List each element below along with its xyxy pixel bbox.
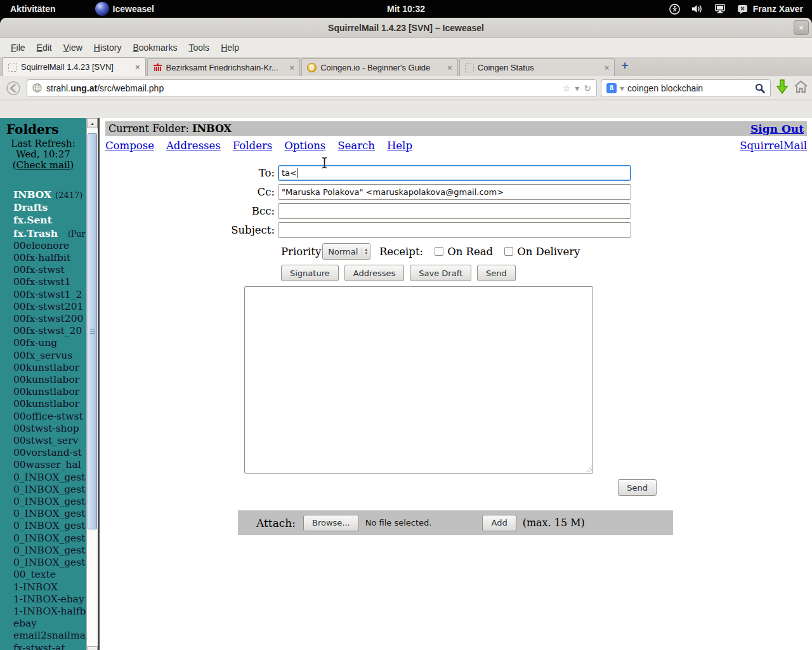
folder-item[interactable]: 00fx-stwst200 xyxy=(13,313,86,325)
folder-item[interactable]: 00stwst_serv xyxy=(13,435,86,447)
folder-item[interactable]: 00fx-stwst xyxy=(13,264,86,276)
folder-item[interactable]: 00fx_servus xyxy=(13,350,86,362)
cc-input[interactable]: "Maruska Polakova" <maruskapolakova@gmai… xyxy=(278,184,631,200)
send-button-bottom[interactable]: Send xyxy=(618,479,657,496)
folder-item[interactable]: 00eleonore xyxy=(13,240,86,252)
scroll-up-icon[interactable]: ▴ xyxy=(87,118,98,128)
menu-item[interactable]: History xyxy=(88,40,128,55)
folder-item[interactable]: 00stwst-shop xyxy=(13,423,86,435)
check-mail-link[interactable]: (Check mail) xyxy=(0,160,86,171)
folder-item[interactable]: email2snailma xyxy=(13,630,86,642)
purge-link[interactable]: (Pur xyxy=(68,229,85,239)
folder-item[interactable]: 1-INBOX xyxy=(13,581,86,594)
search-bar[interactable]: 8 ▾ coingen blockchain xyxy=(601,79,771,97)
folder-item[interactable]: 0_INBOX_gest xyxy=(13,545,86,557)
on-delivery-checkbox[interactable] xyxy=(504,247,513,256)
folder-item[interactable]: 0_INBOX_gest xyxy=(13,508,86,520)
user-menu[interactable]: Franz Xaver xyxy=(737,4,803,14)
tab-coingen-guide[interactable]: B Coingen.io - Beginner's Guide × xyxy=(301,58,458,76)
home-button[interactable] xyxy=(794,80,808,96)
folder-item[interactable]: 1-INBOX-ebay xyxy=(13,594,86,606)
url-dropdown-icon[interactable]: ▾ xyxy=(575,83,579,93)
folder-item[interactable]: 00_texte xyxy=(13,569,86,581)
folder-item[interactable]: 00kunstlabor xyxy=(13,362,86,374)
on-read-checkbox[interactable] xyxy=(435,247,443,256)
addresses-button[interactable]: Addresses xyxy=(344,265,405,281)
download-button[interactable] xyxy=(775,79,790,98)
folder-item[interactable]: 00kunstlabor xyxy=(13,398,86,410)
bcc-input[interactable] xyxy=(278,203,631,219)
search-input-text[interactable]: coingen blockchain xyxy=(627,83,703,93)
url-bar[interactable]: strahl.ung.at/src/webmail.php ☆ ▾ ↻ xyxy=(27,79,597,97)
active-app-menu[interactable]: Iceweasel xyxy=(95,2,154,16)
back-button[interactable] xyxy=(4,79,23,97)
folder-item[interactable]: 0_INBOX_gest xyxy=(13,533,86,545)
window-close-button[interactable]: × xyxy=(794,20,809,35)
folder-item[interactable]: 0_INBOX_gest xyxy=(13,472,86,484)
folder-item[interactable]: 0_INBOX_gest xyxy=(13,484,86,496)
display-icon[interactable] xyxy=(714,4,726,14)
tab-bezirksamt[interactable]: Bezirksamt Friedrichshain-Kr... × xyxy=(147,58,301,76)
tab-close-icon[interactable]: × xyxy=(290,63,295,72)
tab-close-icon[interactable]: × xyxy=(135,62,140,72)
folder-item[interactable]: 0_INBOX_gest xyxy=(13,557,86,569)
folder-item[interactable]: 00kunstlabor xyxy=(13,374,86,386)
tab-close-icon[interactable]: × xyxy=(605,63,610,72)
search-magnifier-icon[interactable] xyxy=(755,83,765,93)
folder-item[interactable]: 00fx-stwst1_2 xyxy=(13,289,86,301)
nav-link[interactable]: Search xyxy=(337,140,375,152)
menu-item[interactable]: File xyxy=(5,40,31,55)
folder-item[interactable]: 0_INBOX_gest xyxy=(13,520,86,532)
folder-item[interactable]: 00wasser_hal xyxy=(13,459,86,471)
folder-item[interactable]: fx.Sent xyxy=(13,214,86,227)
folder-item[interactable]: fx-stwst-at xyxy=(13,642,86,650)
bookmark-star-icon[interactable]: ☆ xyxy=(563,83,571,93)
search-engine-icon[interactable]: 8 xyxy=(606,83,617,93)
folder-item[interactable]: 00fx-ung xyxy=(13,337,86,349)
scroll-down-icon[interactable]: ▾ xyxy=(87,646,98,650)
accessibility-icon[interactable] xyxy=(669,4,680,15)
folder-item[interactable]: 00office-stwst xyxy=(13,411,86,423)
nav-link[interactable]: Compose xyxy=(105,140,154,152)
volume-icon[interactable] xyxy=(691,4,703,14)
priority-select[interactable]: Normal ▴▾ xyxy=(322,243,370,260)
folder-item[interactable]: INBOX(2417) xyxy=(13,189,86,201)
vertical-scroll-thumb[interactable] xyxy=(88,133,97,529)
sign-out-link[interactable]: Sign Out xyxy=(750,123,804,135)
tab-close-icon[interactable]: × xyxy=(447,63,452,72)
new-tab-button[interactable]: + xyxy=(616,58,633,75)
tab-squirrelmail[interactable]: SquirrelMail 1.4.23 [SVN] × xyxy=(3,57,146,76)
squirrelmail-brand-link[interactable]: SquirrelMail xyxy=(740,140,807,152)
folder-item[interactable]: fx.Trash(Pur xyxy=(13,227,86,240)
folder-item[interactable]: 00fx-halfbit xyxy=(13,252,86,264)
menu-item[interactable]: Help xyxy=(215,40,245,55)
save-draft-button[interactable]: Save Draft xyxy=(410,265,471,281)
search-engine-dropdown-icon[interactable]: ▾ xyxy=(620,83,624,93)
folder-item[interactable]: Drafts xyxy=(13,201,86,214)
folder-item[interactable]: 00fx-stwst_20 xyxy=(13,325,86,337)
window-titlebar[interactable]: SquirrelMail 1.4.23 [SVN] – Iceweasel × xyxy=(0,18,812,38)
folder-item[interactable]: 00fx-stwst1 xyxy=(13,276,86,288)
resize-grip-icon[interactable] xyxy=(586,466,592,472)
signature-button[interactable]: Signature xyxy=(281,265,339,281)
message-body-textarea[interactable] xyxy=(244,286,593,474)
menu-item[interactable]: Tools xyxy=(183,40,215,55)
folder-item[interactable]: 1-INBOX-halfb xyxy=(13,606,86,618)
sidebar-vertical-scrollbar[interactable]: ▴ ▾ xyxy=(86,118,97,650)
nav-link[interactable]: Addresses xyxy=(166,140,221,152)
to-input[interactable]: ta< xyxy=(278,165,631,181)
reload-icon[interactable]: ↻ xyxy=(584,83,591,93)
subject-input[interactable] xyxy=(278,222,631,238)
nav-link[interactable]: Help xyxy=(387,140,412,152)
menu-item[interactable]: Edit xyxy=(31,40,58,55)
folder-item[interactable]: ebay xyxy=(13,618,86,630)
menu-item[interactable]: View xyxy=(58,40,88,55)
menu-item[interactable]: Bookmarks xyxy=(127,40,183,55)
add-attachment-button[interactable]: Add xyxy=(482,515,516,531)
clock[interactable]: Mit 10:32 xyxy=(387,4,425,14)
send-button-top[interactable]: Send xyxy=(477,265,516,281)
folder-item[interactable]: 00fx-stwst201 xyxy=(13,301,86,313)
nav-link[interactable]: Options xyxy=(284,140,325,152)
activities-button[interactable]: Aktivitäten xyxy=(10,4,56,14)
folder-item[interactable]: 00vorstand-st xyxy=(13,447,86,459)
